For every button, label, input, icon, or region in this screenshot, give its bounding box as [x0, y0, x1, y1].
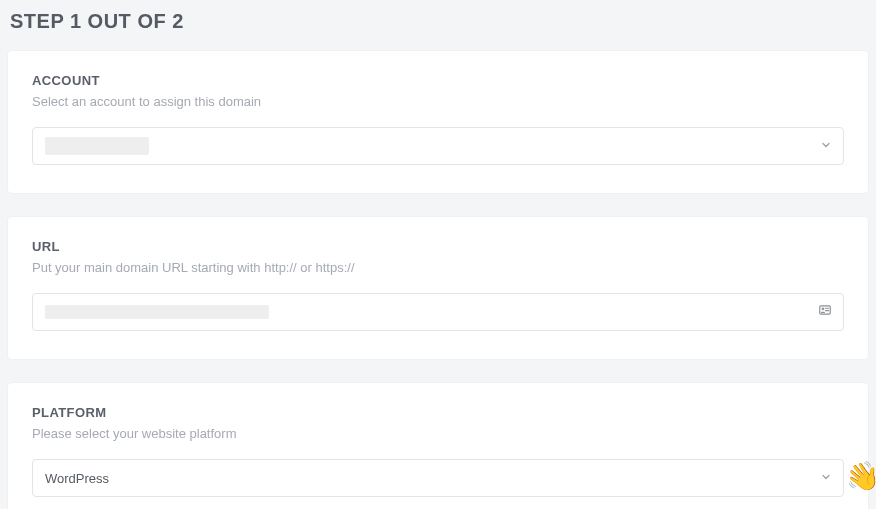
account-select[interactable] [32, 127, 844, 165]
platform-card: PLATFORM Please select your website plat… [8, 383, 868, 509]
url-title: URL [32, 239, 844, 254]
url-input[interactable] [32, 293, 844, 331]
step-title: STEP 1 OUT OF 2 [10, 10, 868, 33]
platform-title: PLATFORM [32, 405, 844, 420]
account-subtitle: Select an account to assign this domain [32, 94, 844, 109]
url-input-value [45, 305, 269, 319]
url-subtitle: Put your main domain URL starting with h… [32, 260, 844, 275]
platform-subtitle: Please select your website platform [32, 426, 844, 441]
url-card: URL Put your main domain URL starting wi… [8, 217, 868, 359]
account-title: ACCOUNT [32, 73, 844, 88]
wave-icon[interactable]: 👋 [842, 457, 876, 496]
account-card: ACCOUNT Select an account to assign this… [8, 51, 868, 193]
platform-select[interactable]: WordPress [32, 459, 844, 497]
platform-selected-value: WordPress [45, 471, 109, 486]
account-selected-value [45, 137, 149, 155]
